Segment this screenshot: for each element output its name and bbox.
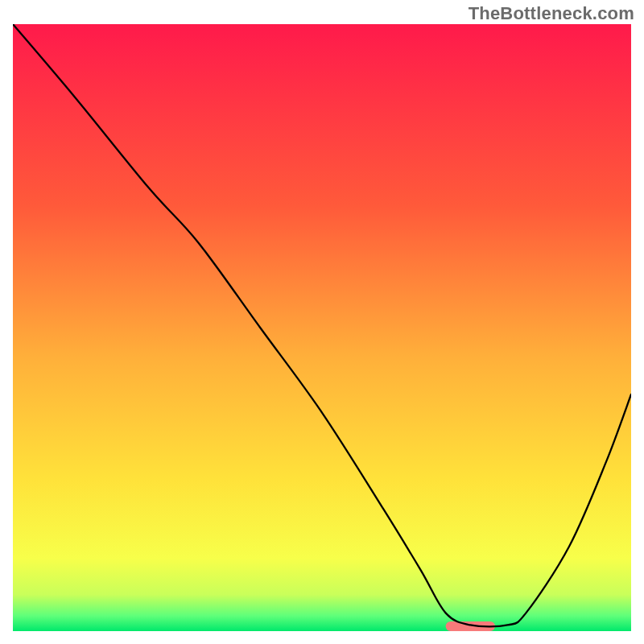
plot-svg [13,24,631,631]
watermark-text: TheBottleneck.com [469,3,634,24]
background-rect [13,24,631,631]
chart-container: TheBottleneck.com [0,0,644,644]
